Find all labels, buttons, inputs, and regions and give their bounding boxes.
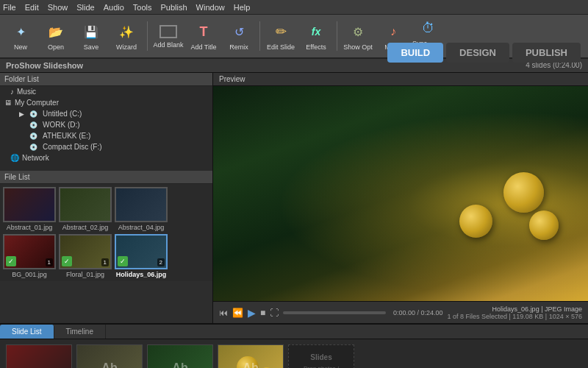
publish-mode-button[interactable]: PUBLISH — [512, 43, 581, 63]
show-opt-button[interactable]: ⚙ Show Opt — [342, 17, 374, 55]
remix-label: Remix — [229, 43, 248, 51]
folder-item-mycomputer[interactable]: 🖥 My Computer — [0, 97, 212, 108]
preview-header: Preview — [213, 73, 588, 86]
file-label-abstract01: Abstract_01.jpg — [3, 224, 56, 231]
open-icon: 📂 — [46, 21, 66, 42]
remix-button[interactable]: ↺ Remix — [223, 17, 255, 55]
folder-network-label: Network — [22, 154, 49, 162]
remix-icon: ↺ — [229, 21, 249, 42]
open-label: Open — [48, 43, 64, 51]
check-badge-holidays06: ✓ — [118, 256, 128, 266]
menu-window[interactable]: Window — [196, 3, 225, 12]
slide-ab-2: Ab — [101, 361, 117, 368]
file-name-info: Holidays_06.jpg | JPEG Image — [447, 305, 582, 313]
menu-audio[interactable]: Audio — [104, 3, 124, 12]
file-label-holidays06: Holidays_06.jpg — [115, 271, 168, 278]
folder-item-music[interactable]: ♪ Music — [0, 86, 212, 97]
menu-tools[interactable]: Tools — [133, 3, 152, 12]
step-back-button[interactable]: ⏪ — [232, 308, 243, 318]
wizard-button[interactable]: ✨ Wizard — [110, 17, 143, 55]
tab-timeline[interactable]: Timeline — [54, 325, 106, 339]
count-badge-holidays06: 2 — [157, 258, 165, 266]
stop-button[interactable]: ■ — [260, 308, 265, 318]
tab-slide-list[interactable]: Slide List — [0, 325, 54, 339]
folder-item-e[interactable]: 💿 ATHEUKK (E:) — [0, 130, 212, 141]
left-panel: Folder List ♪ Music 🖥 My Computer ▶ 💿 Un… — [0, 73, 213, 323]
slide-ab-4: Ab — [243, 361, 258, 368]
folder-c-label: Untitled (C:) — [43, 110, 82, 118]
file-label-floral01: Floral_01.jpg — [59, 271, 112, 278]
file-grid[interactable]: Abstract_01.jpg Abstract_02.jpg Abstract… — [0, 184, 212, 281]
show-opt-label: Show Opt — [343, 43, 373, 51]
menu-slide[interactable]: Slide — [76, 3, 94, 12]
folder-e-label: ATHEUKK (E:) — [43, 132, 90, 140]
wizard-label: Wizard — [116, 43, 137, 51]
edit-slide-label: Edit Slide — [267, 43, 295, 51]
folder-item-d[interactable]: 💿 WORK (D:) — [0, 119, 212, 130]
effects-icon: fx — [306, 21, 326, 42]
mode-buttons: BUILD DESIGN PUBLISH — [387, 43, 581, 63]
slide-strip[interactable]: 3.0 Ab 3.0 Ab 3.0 Ab 3.0 SlidesDrop phot… — [0, 339, 588, 368]
menu-file[interactable]: File — [3, 3, 16, 12]
folder-item-c[interactable]: ▶ 💿 Untitled (C:) — [0, 108, 212, 119]
folder-list[interactable]: ♪ Music 🖥 My Computer ▶ 💿 Untitled (C:) … — [0, 86, 212, 171]
file-thumb-img-holidays06: ✓ 2 — [115, 234, 168, 269]
file-info-block: Holidays_06.jpg | JPEG Image 1 of 8 File… — [447, 305, 582, 320]
file-item-floral01[interactable]: ✓ 1 Floral_01.jpg — [59, 234, 112, 278]
design-mode-button[interactable]: DESIGN — [446, 43, 509, 63]
progress-bar[interactable] — [283, 311, 386, 314]
add-blank-label: Add Blank — [153, 41, 183, 49]
folder-item-network[interactable]: 🌐 Network — [0, 152, 212, 163]
separator-1 — [147, 21, 148, 51]
check-badge-floral01: ✓ — [62, 256, 72, 266]
file-header: File List — [0, 171, 212, 184]
add-title-button[interactable]: T Add Title — [187, 17, 220, 55]
file-label-bg001: BG_001.jpg — [3, 271, 56, 278]
menu-edit[interactable]: Edit — [25, 3, 39, 12]
effects-button[interactable]: fx Effects — [300, 17, 332, 55]
folder-d-label: WORK (D:) — [43, 121, 80, 129]
drop-zone[interactable]: SlidesDrop photos /Double click to add — [288, 344, 354, 369]
wizard-icon: ✨ — [116, 21, 137, 42]
new-button[interactable]: ✦ New — [4, 17, 37, 55]
build-mode-button[interactable]: BUILD — [387, 43, 443, 63]
file-detail-info: 1 of 8 Files Selected | 119.08 KB | 1024… — [447, 313, 582, 320]
slide-thumb-2[interactable]: Ab 3.0 — [76, 344, 143, 369]
file-item-abstract02[interactable]: Abstract_02.jpg — [59, 187, 112, 231]
app-title: ProShow Slideshow — [6, 61, 83, 70]
bottom-panel: Slide List Timeline 3.0 Ab 3.0 Ab 3.0 Ab… — [0, 323, 588, 368]
music-folder-icon: ♪ — [10, 88, 14, 96]
separator-3 — [337, 21, 337, 51]
slide-thumb-1[interactable]: 3.0 — [6, 344, 72, 369]
preview-ball-2 — [459, 205, 492, 238]
file-item-abstract01[interactable]: Abstract_01.jpg — [3, 187, 56, 231]
slide-thumb-4[interactable]: Ab 3.0 — [218, 344, 284, 369]
skip-back-button[interactable]: ⏮ — [219, 308, 228, 318]
computer-icon: 🖥 — [4, 99, 12, 107]
sync-music-icon: ⏱ — [418, 18, 439, 38]
slide-thumb-3[interactable]: Ab 3.0 — [147, 344, 213, 369]
file-thumb-img-bg001: ✓ 1 — [3, 234, 56, 269]
folder-header: Folder List — [0, 73, 212, 86]
folder-f-label: Compact Disc (F:) — [43, 143, 102, 151]
file-item-holidays06[interactable]: ✓ 2 Holidays_06.jpg — [115, 234, 168, 278]
play-button[interactable]: ▶ — [248, 307, 256, 319]
edit-slide-icon: ✏ — [270, 21, 291, 42]
save-button[interactable]: 💾 Save — [75, 17, 107, 55]
file-item-bg001[interactable]: ✓ 1 BG_001.jpg — [3, 234, 56, 278]
fullscreen-button[interactable]: ⛶ — [270, 308, 279, 318]
add-blank-button[interactable]: Add Blank — [152, 17, 184, 55]
file-item-abstract04[interactable]: Abstract_04.jpg — [115, 187, 168, 231]
menu-publish[interactable]: Publish — [161, 3, 187, 12]
menu-bar: File Edit Show Slide Audio Tools Publish… — [0, 0, 588, 15]
preview-ball-1 — [503, 172, 544, 213]
menu-show[interactable]: Show — [48, 3, 68, 12]
open-button[interactable]: 📂 Open — [40, 17, 72, 55]
new-label: New — [14, 43, 27, 51]
folder-item-f[interactable]: 💿 Compact Disc (F:) — [0, 141, 212, 152]
add-blank-icon — [159, 25, 177, 38]
count-badge-floral01: 1 — [101, 258, 109, 266]
edit-slide-button[interactable]: ✏ Edit Slide — [265, 17, 297, 55]
menu-help[interactable]: Help — [234, 3, 251, 12]
drop-zone-label: SlidesDrop photos /Double click to add — [296, 353, 346, 368]
